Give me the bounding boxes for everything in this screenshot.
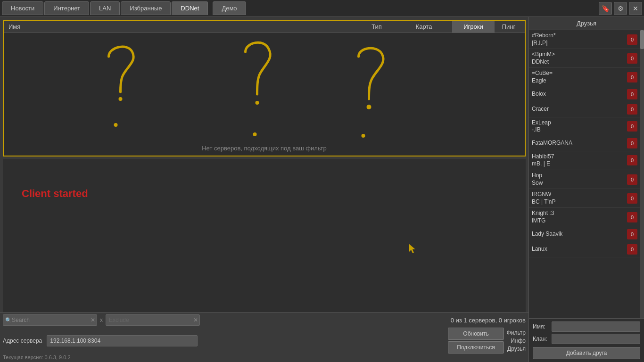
friend-online-count: 0 [627, 193, 637, 204]
friend-name: Knight :3 iMTG [532, 210, 627, 224]
bottom-row2: Адрес сервера Обновить Подключиться Филь… [3, 328, 526, 354]
version-text: Текущая версия: 0.6.3, 9.0.2 [3, 354, 71, 360]
friends-button[interactable]: Друзья [507, 346, 526, 352]
exclude-input[interactable] [106, 314, 200, 326]
bottom-bar: 🔍 ✕ x ✕ 0 из 1 серверов, 0 игроков Адрес… [0, 312, 528, 362]
friend-online-count: 0 [627, 155, 637, 165]
col-header-name: Имя [6, 23, 358, 30]
svg-point-1 [256, 101, 259, 105]
settings-icon[interactable]: ⚙ [614, 2, 627, 15]
exclude-wrapper: ✕ [106, 314, 200, 326]
svg-point-3 [114, 123, 118, 127]
friend-name-row: Имя: [533, 321, 640, 332]
friend-name: Lanux [532, 246, 627, 253]
tab-news[interactable]: Новости [2, 1, 43, 15]
refresh-button[interactable]: Обновить [448, 328, 504, 340]
client-started-text: Client started [22, 188, 88, 200]
bookmark-icon[interactable]: 🔖 [599, 2, 612, 15]
friend-name: Habibi57 mB. | E [532, 153, 627, 168]
friend-clan-label: Клан: [533, 336, 552, 342]
search-clear-button[interactable]: ✕ [91, 317, 95, 323]
drawing-overlay [4, 33, 525, 156]
server-count: 0 из 1 серверов, 0 игроков [451, 317, 526, 324]
col-header-ping: Пинг [495, 23, 523, 30]
tab-internet[interactable]: Интернет [44, 1, 89, 15]
friend-name-input[interactable] [552, 321, 640, 332]
friend-online-count: 0 [627, 138, 637, 148]
search-input[interactable] [3, 314, 97, 326]
tab-favorites[interactable]: Избранные [121, 1, 171, 15]
friend-name-label: Имя: [533, 323, 552, 330]
friend-list-item[interactable]: IRGNW BC | T'nP0 [529, 189, 640, 208]
friend-list-item[interactable]: Bolox0 [529, 87, 640, 102]
col-header-map: Карта [396, 23, 452, 30]
search-icon: 🔍 [5, 317, 12, 323]
friends-scrollbar-thumb[interactable] [640, 30, 644, 49]
console-area: Client started [3, 159, 526, 312]
friend-online-count: 0 [627, 212, 637, 222]
friend-list-item[interactable]: ExLeap -.IB0 [529, 117, 640, 136]
svg-point-2 [367, 105, 372, 109]
addr-label: Адрес сервера [3, 337, 42, 344]
friend-name: Cracer [532, 106, 627, 113]
friend-online-count: 0 [627, 89, 637, 99]
server-address-input[interactable] [47, 335, 198, 346]
friend-online-count: 0 [627, 34, 637, 45]
col-header-type: Тип [358, 23, 396, 30]
main-content: Имя Тип Карта Игроки Пинг [0, 17, 644, 362]
right-panel-friends: Друзья #Reborn* [R.I.P]0<BμmM> DDNet0=Cu… [528, 17, 644, 362]
friend-list-item[interactable]: Lanux0 [529, 242, 640, 257]
bottom-row3: Текущая версия: 0.6.3, 9.0.2 [3, 354, 526, 360]
friend-list-item[interactable]: Lady Saavik0 [529, 227, 640, 242]
tab-lan[interactable]: LAN [90, 1, 120, 15]
friend-clan-row: Клан: [533, 334, 640, 344]
friend-name: <BμmM> DDNet [532, 51, 627, 66]
close-icon[interactable]: ✕ [629, 2, 642, 15]
left-panel: Имя Тип Карта Игроки Пинг [0, 17, 528, 362]
friend-name: Bolox [532, 90, 627, 98]
friend-list-item[interactable]: Habibi57 mB. | E0 [529, 151, 640, 170]
friend-name: #Reborn* [R.I.P] [532, 32, 627, 47]
friend-name: ExLeap -.IB [532, 119, 627, 134]
friend-online-count: 0 [627, 104, 637, 115]
friend-name: FataMORGANA [532, 140, 627, 147]
col-header-players: Игроки [452, 21, 495, 33]
friends-list: #Reborn* [R.I.P]0<BμmM> DDNet0=CuBe= Eag… [529, 30, 640, 318]
friend-list-item[interactable]: Knight :3 iMTG0 [529, 208, 640, 227]
friend-online-count: 0 [627, 121, 637, 132]
top-navigation: Новости Интернет LAN Избранные DDNet Дем… [0, 0, 644, 17]
cursor-indicator [409, 244, 417, 255]
friends-scrollbar[interactable] [640, 30, 644, 318]
friends-header: Друзья [529, 17, 644, 30]
connect-button[interactable]: Подключиться [448, 341, 504, 354]
server-table-body: Нет серверов, подходящих под ваш фильтр [4, 33, 525, 156]
add-friend-button[interactable]: Добавить друга [533, 347, 640, 359]
friend-form: Имя: Клан: Добавить друга [529, 318, 644, 362]
friend-list-item[interactable]: =CuBe= Eagle0 [529, 68, 640, 87]
server-table-header: Имя Тип Карта Игроки Пинг [4, 21, 525, 33]
svg-point-4 [253, 132, 257, 136]
friend-list-item[interactable]: <BμmM> DDNet0 [529, 49, 640, 68]
exclude-clear-button[interactable]: ✕ [193, 317, 198, 323]
friend-list-item[interactable]: Hop Sow0 [529, 170, 640, 189]
tab-demo[interactable]: Демо [213, 1, 246, 15]
friend-name: =CuBe= Eagle [532, 70, 627, 84]
friend-online-count: 0 [627, 229, 637, 239]
info-button[interactable]: Инфо [507, 337, 526, 344]
friend-list-item[interactable]: Cracer0 [529, 102, 640, 117]
svg-point-5 [362, 134, 365, 138]
friend-clan-input[interactable] [552, 334, 640, 344]
friend-name: Hop Sow [532, 172, 627, 187]
top-right-controls: 🔖 ⚙ ✕ [599, 2, 642, 15]
friend-online-count: 0 [627, 244, 637, 255]
friend-list-item[interactable]: #Reborn* [R.I.P]0 [529, 30, 640, 49]
tab-ddnet[interactable]: DDNet [172, 1, 208, 15]
exclude-label: x [100, 317, 103, 323]
friend-online-count: 0 [627, 53, 637, 64]
friend-list-item[interactable]: FataMORGANA0 [529, 136, 640, 151]
friend-online-count: 0 [627, 174, 637, 185]
filter-button[interactable]: Фильтр [507, 329, 526, 336]
search-wrapper: 🔍 ✕ [3, 314, 97, 326]
friend-name: IRGNW BC | T'nP [532, 191, 627, 206]
right-side-buttons: Фильтр Инфо Друзья [507, 329, 526, 352]
